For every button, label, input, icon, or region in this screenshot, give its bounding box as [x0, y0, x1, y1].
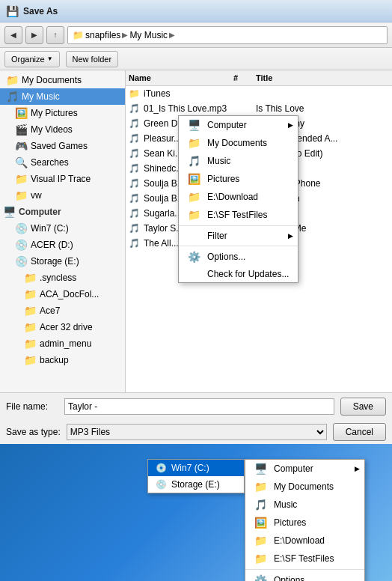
sidebar-label: Win7 (C:) [31, 223, 69, 234]
sidebar-item-storage-e[interactable]: 💿 Storage (E:) [0, 253, 125, 270]
music-icon: 🎵 [129, 118, 141, 129]
sidebar-item-my-music[interactable]: 🎵 My Music [0, 88, 125, 105]
up-button[interactable]: ↑ [46, 26, 64, 44]
music-menu-icon: 🎵 [188, 155, 201, 167]
menu-separator-2 [179, 246, 298, 246]
menu-item-computer[interactable]: 🖥️ Computer [179, 116, 298, 134]
win7-mini-icon: 💿 [156, 463, 167, 473]
music-icon: 🎵 [129, 148, 141, 159]
filetype-select[interactable]: MP3 Files [67, 424, 327, 440]
computer-icon-2: 🖥️ [254, 463, 268, 475]
second-context-menu: 🖥️ Computer 📁 My Documents 🎵 Music 🖼️ Pi… [245, 459, 365, 581]
second-menu-options[interactable]: ⚙️ Options... [245, 571, 364, 581]
menu-item-check-updates[interactable]: Check for Updates... [179, 266, 298, 282]
folder-icon: 📁 [6, 74, 19, 86]
my-docs-menu-icon: 📁 [188, 137, 201, 149]
file-row-itunes[interactable]: 📁iTunes [126, 86, 392, 101]
sidebar-item-admin[interactable]: 📁 admin_menu [0, 335, 125, 352]
file-title: Is This Love [253, 103, 392, 114]
sidebar-item-acer-d[interactable]: 💿 ACER (D:) [0, 237, 125, 253]
sidebar-item-my-documents[interactable]: 📁 My Documents [0, 72, 125, 88]
sidebar-label: ACA_DocFol... [40, 289, 99, 299]
sidebar-item-vw[interactable]: 📁 vw [0, 187, 125, 204]
sidebar-item-win7[interactable]: 💿 Win7 (C:) [0, 220, 125, 237]
sidebar-item-my-videos[interactable]: 🎬 My Videos [0, 121, 125, 138]
main-layout: 📁 My Documents 🎵 My Music 🖼️ My Pictures… [0, 70, 392, 392]
storage-mini-icon: 💿 [156, 479, 167, 490]
second-menu-download[interactable]: 📁 E:\Download [245, 532, 364, 550]
back-button[interactable]: ◀ [4, 26, 22, 44]
sidebar-label: Storage (E:) [31, 256, 79, 267]
sidebar-item-saved-games[interactable]: 🎮 Saved Games [0, 138, 125, 154]
col-title-header[interactable]: Title [253, 72, 392, 84]
music-icon: 🎵 [129, 208, 141, 219]
music-icon-2: 🎵 [254, 499, 268, 511]
second-menu-music[interactable]: 🎵 Music [245, 496, 364, 514]
acer-d-icon: 💿 [15, 239, 28, 251]
col-name-header[interactable]: Name [126, 72, 230, 84]
dialog-title: Save As [23, 6, 58, 16]
breadcrumb-segment-2[interactable]: My Music [129, 30, 168, 40]
second-menu-sf[interactable]: 📁 E:\SF TestFiles [245, 550, 364, 568]
games-icon: 🎮 [15, 140, 28, 152]
filename-input[interactable] [64, 398, 334, 415]
download-menu-icon: 📁 [188, 191, 201, 203]
menu-item-filter[interactable]: Filter [179, 228, 298, 244]
sidebar-item-ace7[interactable]: 📁 Ace7 [0, 302, 125, 319]
download-icon-2: 📁 [254, 535, 268, 547]
sidebar-item-acer32[interactable]: 📁 Acer 32 drive [0, 319, 125, 335]
storage-mini-label: Storage (E:) [171, 479, 220, 490]
music-icon: 🎵 [129, 103, 141, 114]
save-button[interactable]: Save [340, 398, 386, 416]
second-menu-sep [245, 569, 364, 570]
sidebar-item-my-pictures[interactable]: 🖼️ My Pictures [0, 105, 125, 121]
cancel-button[interactable]: Cancel [333, 423, 386, 441]
storage-icon: 💿 [15, 255, 28, 267]
file-row-01[interactable]: 🎵01_Is This Love.mp3 Is This Love [126, 101, 392, 116]
sidebar-label: Searches [31, 157, 69, 168]
organize-button[interactable]: Organize ▼ [4, 51, 60, 67]
backup-icon: 📁 [24, 354, 37, 366]
win7-icon: 💿 [15, 222, 28, 234]
sidebar-item-visual-ip-trace[interactable]: 📁 Visual IP Trace [0, 171, 125, 187]
sidebar-label: My Documents [22, 75, 82, 85]
forward-button[interactable]: ▶ [25, 26, 43, 44]
breadcrumb-segment-1[interactable]: snapfiles [85, 30, 120, 40]
file-area: Name # Title 📁iTunes 🎵01_Is This Love.mp… [126, 70, 392, 392]
sidebar-label: ACER (D:) [31, 240, 73, 250]
menu-item-music[interactable]: 🎵 Music [179, 152, 298, 170]
menu-item-options[interactable]: ⚙️ Options... [179, 248, 298, 266]
menu-item-sf-testfiles[interactable]: 📁 E:\SF TestFiles [179, 206, 298, 224]
mini-list-item-storage[interactable]: 💿 Storage (E:) [148, 476, 244, 493]
second-menu-my-docs[interactable]: 📁 My Documents [245, 478, 364, 496]
file-header: Name # Title [126, 70, 392, 86]
sidebar-label: backup [40, 355, 69, 365]
new-folder-button[interactable]: New folder [66, 51, 119, 67]
file-name: Pleasur... [144, 133, 181, 144]
sidebar-item-searches[interactable]: 🔍 Searches [0, 154, 125, 171]
computer-icon: 🖥️ [3, 206, 16, 218]
second-menu-computer[interactable]: 🖥️ Computer [245, 460, 364, 478]
file-name: Sean Ki... [144, 148, 183, 159]
menu-item-download[interactable]: 📁 E:\Download [179, 188, 298, 206]
col-num-header[interactable]: # [230, 72, 253, 84]
sidebar: 📁 My Documents 🎵 My Music 🖼️ My Pictures… [0, 70, 126, 392]
file-name: Sugarla... [144, 208, 182, 219]
second-menu-pictures[interactable]: 🖼️ Pictures [245, 514, 364, 532]
sf-menu-icon: 📁 [188, 209, 201, 221]
sidebar-item-aca[interactable]: 📁 ACA_DocFol... [0, 286, 125, 302]
folder-icon: 📁 [129, 88, 141, 99]
filename-label: File name: [6, 401, 58, 412]
aca-icon: 📁 [24, 288, 37, 300]
sidebar-label: My Music [22, 91, 60, 102]
sidebar-label: vw [31, 190, 42, 201]
music-icon: 🎵 [129, 223, 141, 234]
sidebar-item-backup[interactable]: 📁 backup [0, 352, 125, 368]
mini-list-item-win7[interactable]: 💿 Win7 (C:) [148, 460, 244, 476]
menu-item-my-documents[interactable]: 📁 My Documents [179, 134, 298, 152]
menu-item-pictures[interactable]: 🖼️ Pictures [179, 170, 298, 188]
sidebar-item-syncless[interactable]: 📁 .syncless [0, 270, 125, 286]
syncless-icon: 📁 [24, 272, 37, 284]
vw-icon: 📁 [15, 189, 28, 201]
sidebar-item-computer: 🖥️ Computer [0, 204, 125, 220]
